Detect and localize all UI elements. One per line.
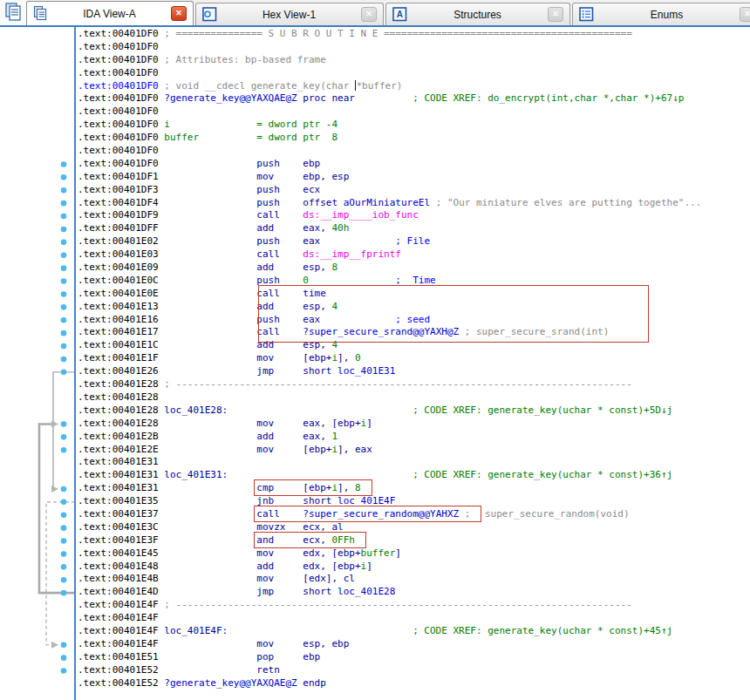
listing-line[interactable]: .text:00401DF0 ; =============== S U B R… <box>78 28 701 41</box>
tab-enums[interactable]: Enums ✕ <box>572 3 750 25</box>
listing-line[interactable]: .text:00401E4B mov [edx], cl <box>78 573 701 586</box>
listing-line[interactable]: .text:00401E37 call ?super_secure_random… <box>78 508 701 521</box>
listing-line[interactable]: .text:00401E52 retn <box>78 664 701 677</box>
enums-icon <box>579 7 594 22</box>
listing-line[interactable]: .text:00401DF0 push ebp <box>78 158 701 171</box>
listing-line[interactable]: .text:00401E31 loc_401E31: ; CODE XREF: … <box>78 469 701 482</box>
red-highlight-box: call ?super_secure_random@@YAHXZ ; <box>256 508 479 520</box>
tab-bar: IDA View-A ✕ Hex View-1 ✕ A Structures ✕ <box>0 0 750 27</box>
listing-line[interactable]: .text:00401E26 jmp short loc_401E31 <box>78 365 701 378</box>
listing-line[interactable]: .text:00401E4F mov esp, ebp <box>78 638 701 651</box>
svg-text:A: A <box>397 10 403 19</box>
ida-view-icon <box>33 6 48 21</box>
dock-corner <box>0 0 26 25</box>
listing-line[interactable]: .text:00401DF1 mov ebp, esp <box>78 171 701 184</box>
listing-line[interactable]: .text:00401E35 jnb short loc_401E4F <box>78 495 701 508</box>
listing-line[interactable]: .text:00401DFF add eax, 40h <box>78 222 701 235</box>
listing: .text:00401DF0 ; =============== S U B R… <box>78 28 701 690</box>
gutter-separator <box>74 27 76 700</box>
red-highlight-box: and ecx, 0FFh <box>256 534 364 546</box>
tab-ida-view-a[interactable]: IDA View-A ✕ <box>26 1 194 25</box>
tab-structures[interactable]: A Structures ✕ <box>385 3 570 25</box>
listing-line[interactable]: .text:00401E1F mov [ebp+i], 0 <box>78 352 701 365</box>
listing-line[interactable]: .text:00401E31 <box>78 456 701 469</box>
hex-view-icon <box>202 7 217 22</box>
listing-line[interactable]: .text:00401E4F loc_401E4F: ; CODE XREF: … <box>78 625 701 638</box>
tab-label: Structures <box>412 9 542 21</box>
listing-line[interactable]: .text:00401E1C add esp, 4 <box>78 339 701 352</box>
listing-line[interactable]: .text:00401E2B add eax, 1 <box>78 431 701 444</box>
listing-line[interactable]: .text:00401E4F <box>78 612 701 625</box>
listing-line[interactable]: .text:00401E2E mov [ebp+i], eax <box>78 444 701 457</box>
listing-line[interactable]: .text:00401DF0 ; Attributes: bp-based fr… <box>78 54 701 67</box>
listing-line[interactable]: .text:00401DF0 <box>78 41 701 54</box>
listing-line[interactable]: .text:00401E02 push eax ; File <box>78 235 701 248</box>
tab-hex-view-1[interactable]: Hex View-1 ✕ <box>195 3 384 25</box>
listing-line[interactable]: .text:00401E16 push eax ; seed <box>78 314 701 327</box>
listing-line[interactable]: .text:00401DF0 ; void __cdecl generate_k… <box>78 80 701 93</box>
tab-label: Enums <box>599 9 734 21</box>
listing-line[interactable]: .text:00401E31 cmp [ebp+i], 8 <box>78 482 701 495</box>
listing-line[interactable]: .text:00401E17 call ?super_secure_srand@… <box>78 326 701 339</box>
close-tab-icon[interactable]: ✕ <box>361 7 377 22</box>
listing-line[interactable]: .text:00401E09 add esp, 8 <box>78 262 701 275</box>
listing-line[interactable]: .text:00401DF9 call ds:__imp____iob_func <box>78 209 701 222</box>
listing-line[interactable]: .text:00401E13 add esp, 4 <box>78 301 701 314</box>
ida-pro-window: { "app": {"name_hint": "IDA disassembler… <box>0 0 750 700</box>
listing-line[interactable]: .text:00401DF0 buffer = dword ptr 8 <box>78 132 701 145</box>
listing-line[interactable]: .text:00401E48 add edx, [ebp+i] <box>78 561 701 574</box>
document-stack-icon <box>4 3 23 22</box>
listing-line[interactable]: .text:00401E45 mov edx, [ebp+buffer] <box>78 547 701 561</box>
tab-label: IDA View-A <box>53 8 166 20</box>
structures-icon: A <box>392 7 407 22</box>
listing-line[interactable]: .text:00401E4F ; -----------------------… <box>78 599 701 612</box>
listing-line[interactable]: .text:00401E28 loc_401E28: ; CODE XREF: … <box>78 404 701 418</box>
listing-line[interactable]: .text:00401DF0 <box>78 67 701 80</box>
listing-line[interactable]: .text:00401E4D jmp short loc_401E28 <box>78 586 701 599</box>
listing-line[interactable]: .text:00401E28 mov eax, [ebp+i] <box>78 418 701 431</box>
tab-label: Hex View-1 <box>222 9 356 21</box>
listing-line[interactable]: .text:00401E0C push 0 ; _Time <box>78 275 701 288</box>
listing-line[interactable]: .text:00401DF0 <box>78 105 701 119</box>
close-tab-icon[interactable]: ✕ <box>548 7 563 22</box>
red-highlight-box: cmp [ebp+i], 8 <box>256 482 369 493</box>
close-tab-icon[interactable]: ✕ <box>171 6 187 21</box>
close-tab-icon[interactable]: ✕ <box>740 7 750 22</box>
listing-line[interactable]: .text:00401E0E call time <box>78 288 701 301</box>
listing-line[interactable]: .text:00401E51 pop ebp <box>78 651 701 664</box>
listing-line[interactable]: .text:00401E3F and ecx, 0FFh <box>78 534 701 547</box>
listing-line[interactable]: .text:00401E28 <box>78 391 701 404</box>
listing-line[interactable]: .text:00401E03 call ds:__imp__fprintf <box>78 248 701 262</box>
listing-line[interactable]: .text:00401E52 ?generate_key@@YAXQAE@Z e… <box>78 677 701 690</box>
listing-line[interactable]: .text:00401E3C movzx ecx, al <box>78 521 701 534</box>
listing-line[interactable]: .text:00401DF0 ?generate_key@@YAXQAE@Z p… <box>78 92 701 105</box>
listing-line[interactable]: .text:00401DF4 push offset aOurMiniature… <box>78 197 701 210</box>
listing-line[interactable]: .text:00401DF3 push ecx <box>78 184 701 197</box>
listing-line[interactable]: .text:00401E28 ; -----------------------… <box>78 378 701 391</box>
listing-line[interactable]: .text:00401DF0 <box>78 145 701 158</box>
listing-line[interactable]: .text:00401DF0 i = dword ptr -4 <box>78 119 701 132</box>
